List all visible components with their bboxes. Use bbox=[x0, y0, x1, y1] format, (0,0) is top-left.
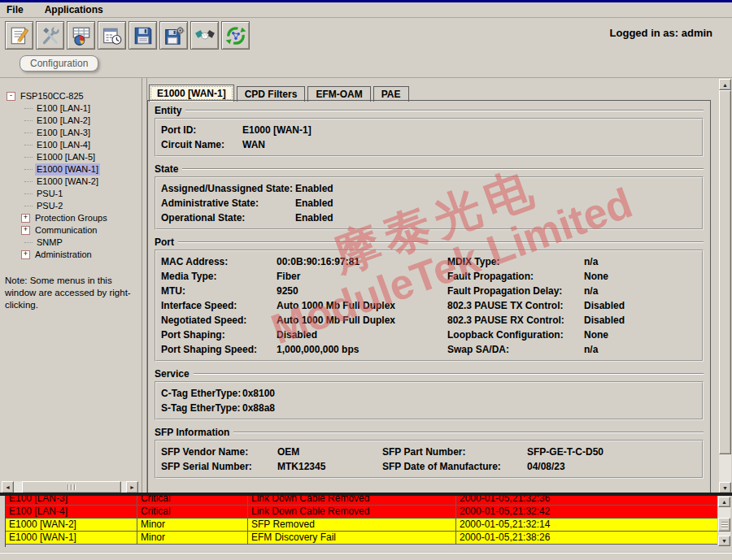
alarm-row[interactable]: E100 [LAN-3] Critical Link Down Cable Re… bbox=[6, 496, 717, 506]
device-tree: - FSP150CC-825 E100 [LAN-1] E100 [LAN-2]… bbox=[2, 79, 142, 261]
tree-expand-icon[interactable]: + bbox=[21, 214, 30, 223]
scroll-up-icon[interactable]: ▲ bbox=[718, 497, 730, 507]
save-config-button[interactable] bbox=[159, 21, 188, 50]
tree-item-lan2[interactable]: E100 [LAN-2] bbox=[2, 115, 142, 127]
floppy-gear-icon bbox=[163, 25, 185, 46]
tree-scroll-thumb[interactable] bbox=[22, 481, 121, 493]
alarm-row[interactable]: E1000 [WAN-2] Minor SFP Removed 2000-01-… bbox=[6, 519, 717, 532]
field-row: Fault Propagation Delay:n/a bbox=[447, 284, 697, 298]
section-title: Port bbox=[155, 237, 174, 248]
port-section: Port MAC Address:00:0B:90:16:97:81 Media… bbox=[155, 236, 704, 362]
scroll-down-icon[interactable]: ▼ bbox=[718, 536, 730, 546]
tree-item-label: Administration bbox=[33, 249, 94, 261]
alarm-description-cell: Link Down Cable Removed bbox=[248, 506, 456, 518]
field-row: Negotiated Speed:Auto 1000 Mb Full Duple… bbox=[161, 313, 447, 328]
field-row: SFP Vendor Name:OEM bbox=[161, 445, 382, 459]
tab-e1000-wan1[interactable]: E1000 [WAN-1] bbox=[149, 85, 234, 102]
field-row: SFP Part Number:SFP-GE-T-C-D50 bbox=[382, 445, 697, 459]
tree-item-label: E1000 [WAN-2] bbox=[35, 176, 100, 188]
logged-in-status: Logged in as: admin bbox=[610, 27, 712, 39]
tree-item-protection-groups[interactable]: +Protection Groups bbox=[2, 212, 142, 224]
tree-item-snmp[interactable]: SNMP bbox=[2, 237, 142, 249]
alarm-row[interactable]: E1000 [WAN-1] Minor EFM Discovery Fail 2… bbox=[6, 532, 717, 545]
tree-item-label: E100 [LAN-1] bbox=[35, 102, 92, 115]
tree-item-label: E1000 [WAN-1] bbox=[35, 163, 100, 176]
tab-bar: E1000 [WAN-1] CPD Filters EFM-OAM PAE bbox=[149, 85, 412, 102]
field-row: S-Tag EtherType:0x88a8 bbox=[161, 401, 697, 415]
tree-connector bbox=[24, 242, 33, 243]
tree-item-lan5[interactable]: E1000 [LAN-5] bbox=[2, 151, 142, 163]
tree-expand-icon[interactable]: + bbox=[21, 250, 30, 259]
tree-collapse-icon[interactable]: - bbox=[7, 92, 15, 101]
connect-button[interactable] bbox=[190, 21, 219, 50]
scroll-down-icon[interactable]: ▼ bbox=[719, 482, 731, 493]
application-window: File Applications Logged in as: admin bbox=[0, 0, 732, 560]
navigation-tree-panel: - FSP150CC-825 E100 [LAN-1] E100 [LAN-2]… bbox=[2, 79, 142, 493]
tree-root-label: FSP150CC-825 bbox=[19, 90, 85, 102]
field-row: Port Shaping:Disabled bbox=[161, 328, 447, 342]
section-title: Service bbox=[155, 368, 190, 380]
field-row: 802.3 PAUSE TX Control:Disabled bbox=[447, 298, 697, 313]
menu-applications[interactable]: Applications bbox=[45, 4, 103, 15]
section-title: SFP Information bbox=[155, 427, 229, 438]
tree-item-wan1-selected[interactable]: E1000 [WAN-1] bbox=[2, 163, 142, 176]
sfp-section: SFP Information SFP Vendor Name:OEM SFP … bbox=[155, 426, 704, 479]
network-refresh-icon bbox=[225, 25, 246, 46]
tree-item-lan1[interactable]: E100 [LAN-1] bbox=[2, 102, 142, 115]
field-row: Swap SA/DA:n/a bbox=[447, 342, 697, 357]
field-row: Port ID:E1000 [WAN-1] bbox=[161, 123, 697, 137]
tree-connector bbox=[24, 157, 33, 158]
tree-item-administration[interactable]: +Administration bbox=[2, 249, 142, 261]
save-button[interactable] bbox=[129, 21, 157, 50]
scroll-right-icon[interactable]: ► bbox=[126, 481, 138, 493]
section-title: State bbox=[155, 163, 178, 175]
tree-connector bbox=[24, 132, 33, 133]
field-row: Port Shaping Speed:1,000,000,000 bps bbox=[161, 342, 447, 357]
state-section: State Assigned/Unassigned State:Enabled … bbox=[155, 163, 704, 230]
tools-icon bbox=[40, 25, 61, 46]
network-refresh-button[interactable] bbox=[221, 21, 250, 50]
field-row: SFP Date of Manufacture:04/08/23 bbox=[382, 459, 697, 474]
alarm-severity-cell: Critical bbox=[137, 506, 248, 518]
report-chart-icon bbox=[71, 25, 92, 46]
scroll-up-icon[interactable]: ▲ bbox=[719, 79, 731, 90]
field-row: Fault Propagation:None bbox=[447, 269, 697, 284]
main-panel: E1000 [WAN-1] CPD Filters EFM-OAM PAE En… bbox=[145, 78, 716, 494]
tree-item-communication[interactable]: +Communication bbox=[2, 224, 142, 237]
menu-bar: File Applications bbox=[0, 2, 732, 18]
tree-note-text: Note: Some menus in this window are acce… bbox=[5, 275, 138, 311]
tree-item-psu2[interactable]: PSU-2 bbox=[2, 200, 142, 212]
alarm-row[interactable]: E100 [LAN-4] Critical Link Down Cable Re… bbox=[6, 506, 717, 519]
alarm-vertical-scrollbar[interactable]: ▲ ▼ bbox=[718, 497, 730, 546]
alarm-entity-cell: E100 [LAN-4] bbox=[6, 506, 137, 518]
tree-item-lan4[interactable]: E100 [LAN-4] bbox=[2, 139, 142, 151]
tree-item-label: SNMP bbox=[35, 237, 64, 249]
alarm-description-cell: EFM Discovery Fail bbox=[248, 532, 456, 544]
field-row: Interface Speed:Auto 1000 Mb Full Duplex bbox=[161, 298, 447, 313]
tree-horizontal-scrollbar[interactable]: ◄ ► bbox=[2, 481, 138, 493]
main-scroll-thumb[interactable] bbox=[719, 90, 731, 454]
alarm-entity-cell: E100 [LAN-3] bbox=[6, 496, 137, 505]
tree-item-lan3[interactable]: E100 [LAN-3] bbox=[2, 127, 142, 139]
tree-root-node[interactable]: - FSP150CC-825 bbox=[2, 90, 142, 102]
schedule-button[interactable] bbox=[98, 21, 126, 50]
tree-item-psu1[interactable]: PSU-1 bbox=[2, 188, 142, 200]
alarm-description-cell: SFP Removed bbox=[248, 519, 456, 531]
tree-expand-icon[interactable]: + bbox=[21, 226, 30, 235]
field-row: MAC Address:00:0B:90:16:97:81 bbox=[161, 254, 447, 269]
tree-item-label: Protection Groups bbox=[33, 212, 109, 224]
tree-item-label: E100 [LAN-2] bbox=[35, 115, 92, 127]
alarm-time-cell: 2000-01-05,21:32:36 bbox=[456, 496, 717, 505]
configuration-tooltip: Configuration bbox=[20, 55, 98, 72]
tree-item-wan2[interactable]: E1000 [WAN-2] bbox=[2, 176, 142, 188]
tree-item-label: PSU-1 bbox=[35, 188, 64, 200]
field-row: Media Type:Fiber bbox=[161, 269, 447, 284]
tools-button[interactable] bbox=[36, 21, 64, 50]
scroll-left-icon[interactable]: ◄ bbox=[2, 481, 14, 493]
reports-button[interactable] bbox=[67, 21, 95, 50]
menu-file[interactable]: File bbox=[7, 4, 24, 15]
configuration-button[interactable] bbox=[5, 21, 33, 50]
tree-item-label: PSU-2 bbox=[35, 200, 64, 212]
alarm-scroll-thumb[interactable] bbox=[718, 518, 730, 532]
main-vertical-scrollbar[interactable]: ▲ ▼ bbox=[719, 79, 731, 493]
